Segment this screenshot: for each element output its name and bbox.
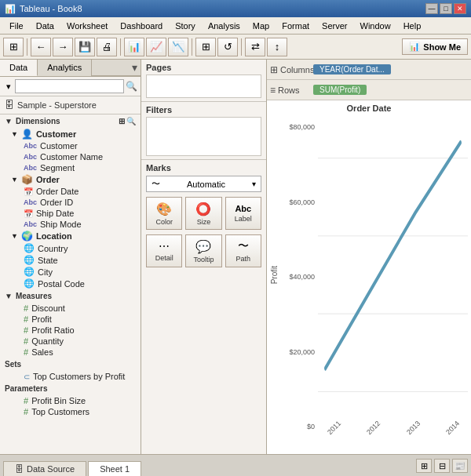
- tab-sheet1[interactable]: Sheet 1: [88, 461, 141, 476]
- toolbar-print[interactable]: 🖨: [97, 38, 117, 56]
- tab-data[interactable]: Data: [0, 60, 38, 76]
- show-me-button[interactable]: 📊 Show Me: [402, 38, 468, 55]
- dim-country[interactable]: 🌐 Country: [0, 242, 141, 254]
- menu-window[interactable]: Window: [354, 20, 397, 32]
- chart-svg: [318, 119, 468, 431]
- minimize-button[interactable]: —: [425, 3, 438, 14]
- pages-area[interactable]: [146, 74, 261, 98]
- window-title: Tableau - Book8: [20, 4, 82, 13]
- new-dashboard-button[interactable]: ⊟: [434, 459, 450, 473]
- y-label-20k: $20,000: [289, 348, 315, 356]
- tab-datasource[interactable]: 🗄 Data Source: [3, 461, 86, 476]
- menu-format[interactable]: Format: [276, 20, 316, 32]
- abc-icon-segment: Abc: [24, 164, 37, 172]
- dim-customer[interactable]: Abc Customer: [0, 140, 141, 151]
- dim-order-date[interactable]: 📅 Order Date: [0, 186, 141, 197]
- dimensions-search-icon[interactable]: 🔍: [126, 117, 136, 125]
- parameters-header[interactable]: Parameters: [0, 382, 141, 395]
- dim-customer-name-label: Customer Name: [40, 152, 103, 162]
- param-profit-bin-label: Profit Bin Size: [31, 396, 86, 405]
- left-panel-scroll[interactable]: ▼ Dimensions ⊞ 🔍 ▼ 👤 Customer Abc Custom…: [0, 114, 141, 454]
- tooltip-icon: 💬: [195, 239, 211, 254]
- dim-postal[interactable]: 🌐 Postal Code: [0, 278, 141, 289]
- datasource-tab-icon: 🗄: [15, 464, 24, 474]
- marks-detail-button[interactable]: ⋯ Detail: [146, 234, 182, 267]
- toolbar: ⊞ ← → 💾 🖨 📊 📈 📉 ⊞ ↺ ⇄ ↕ 📊 Show Me: [0, 35, 471, 60]
- menu-help[interactable]: Help: [397, 20, 428, 32]
- menu-story[interactable]: Story: [169, 20, 202, 32]
- toolbar-refresh[interactable]: ↺: [217, 38, 238, 56]
- middle-panel: Pages Filters Marks 〜 Automatic ▾ 🎨 Colo…: [141, 60, 267, 454]
- filters-shelf: Filters: [141, 102, 266, 160]
- chart-main-area: 2011 2012 2013 2014: [318, 119, 468, 446]
- new-sheet-button[interactable]: ⊞: [416, 459, 432, 473]
- measures-header[interactable]: ▼ Measures: [0, 289, 141, 303]
- hash-icon-quantity: #: [24, 336, 28, 346]
- toolbar-save[interactable]: 💾: [75, 38, 95, 56]
- menu-server[interactable]: Server: [316, 20, 353, 32]
- marks-tooltip-button[interactable]: 💬 Tooltip: [185, 234, 221, 267]
- param-profit-bin[interactable]: # Profit Bin Size: [0, 395, 141, 406]
- columns-pill[interactable]: YEAR(Order Dat...: [313, 64, 391, 74]
- menu-data[interactable]: Data: [30, 20, 60, 32]
- toolbar-sort[interactable]: ↕: [267, 38, 287, 56]
- dim-ship-mode[interactable]: Abc Ship Mode: [0, 219, 141, 230]
- marks-type-label: Automatic: [187, 180, 225, 189]
- canvas-area[interactable]: Order Date Profit $80,000 $60,000 $40,00…: [267, 100, 471, 454]
- dim-segment[interactable]: Abc Segment: [0, 162, 141, 173]
- measure-quantity[interactable]: # Quantity: [0, 336, 141, 347]
- measure-discount[interactable]: # Discount: [0, 303, 141, 314]
- menu-map[interactable]: Map: [246, 20, 276, 32]
- dimensions-label: Dimensions: [16, 117, 60, 125]
- dim-ship-date[interactable]: 📅 Ship Date: [0, 208, 141, 219]
- dim-state[interactable]: 🌐 State: [0, 254, 141, 266]
- param-top-customers[interactable]: # Top Customers: [0, 406, 141, 417]
- dimensions-toggle[interactable]: ▾: [2, 80, 15, 93]
- marks-type-dropdown[interactable]: 〜 Automatic ▾: [146, 176, 261, 192]
- marks-path-button[interactable]: 〜 Path: [225, 234, 261, 267]
- measure-sales[interactable]: # Sales: [0, 347, 141, 358]
- tab-analytics[interactable]: Analytics: [38, 60, 92, 76]
- new-story-button[interactable]: 📰: [452, 459, 468, 473]
- toolbar-chart3[interactable]: 📉: [168, 38, 188, 56]
- toolbar-home[interactable]: ⊞: [3, 38, 24, 56]
- dim-customer-name[interactable]: Abc Customer Name: [0, 151, 141, 162]
- measure-profit-ratio[interactable]: # Profit Ratio: [0, 325, 141, 336]
- dimensions-header[interactable]: ▼ Dimensions ⊞ 🔍: [0, 114, 141, 128]
- datasource-tab-label: Data Source: [27, 464, 75, 474]
- maximize-button[interactable]: □: [440, 3, 452, 14]
- panel-options-button[interactable]: ▾: [129, 60, 141, 76]
- measure-profit[interactable]: # Profit: [0, 314, 141, 325]
- toolbar-chart1[interactable]: 📊: [124, 38, 144, 56]
- toolbar-sep1: [27, 38, 27, 56]
- group-customer[interactable]: ▼ 👤 Customer: [0, 128, 141, 140]
- search-input[interactable]: [15, 79, 124, 93]
- close-button[interactable]: ✕: [454, 3, 466, 14]
- dimensions-grid-icon[interactable]: ⊞: [119, 117, 125, 125]
- marks-color-button[interactable]: 🎨 Color: [146, 197, 182, 230]
- menu-dashboard[interactable]: Dashboard: [114, 20, 169, 32]
- filters-area[interactable]: [146, 117, 261, 156]
- toolbar-back[interactable]: ←: [31, 38, 51, 56]
- chart-line: [326, 143, 461, 369]
- menu-analysis[interactable]: Analysis: [202, 20, 246, 32]
- sets-header[interactable]: Sets: [0, 358, 141, 371]
- marks-label-button[interactable]: Abc Label: [225, 197, 261, 230]
- dim-city[interactable]: 🌐 City: [0, 266, 141, 278]
- color-label: Color: [155, 218, 173, 226]
- toolbar-swap[interactable]: ⇄: [245, 38, 265, 56]
- toolbar-forward[interactable]: →: [53, 38, 73, 56]
- toolbar-sep3: [192, 38, 192, 56]
- dim-order-id[interactable]: Abc Order ID: [0, 197, 141, 208]
- toolbar-chart2[interactable]: 📈: [146, 38, 166, 56]
- set-top-customers[interactable]: ⊂ Top Customers by Profit: [0, 371, 141, 382]
- rows-label: ≡ Rows: [270, 85, 313, 96]
- group-location[interactable]: ▼ 🌍 Location: [0, 230, 141, 242]
- search-icon[interactable]: 🔍: [124, 79, 138, 93]
- marks-size-button[interactable]: ⭕ Size: [185, 197, 221, 230]
- toolbar-table[interactable]: ⊞: [195, 38, 216, 56]
- group-order[interactable]: ▼ 📦 Order: [0, 173, 141, 186]
- menu-file[interactable]: File: [3, 20, 30, 32]
- menu-worksheet[interactable]: Worksheet: [60, 20, 114, 32]
- rows-pill[interactable]: SUM(Profit): [313, 85, 367, 95]
